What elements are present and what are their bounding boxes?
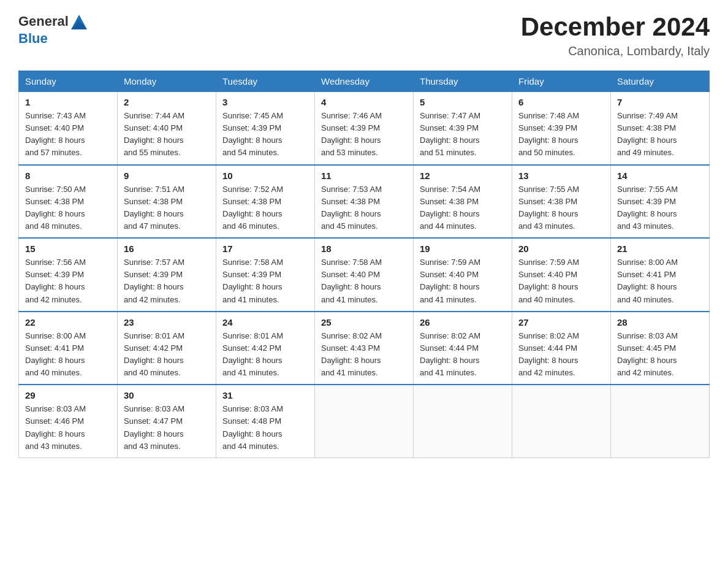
day-info: Sunrise: 7:59 AMSunset: 4:40 PMDaylight:… [518, 256, 604, 306]
day-number: 21 [617, 243, 703, 254]
table-row: 26Sunrise: 8:02 AMSunset: 4:44 PMDayligh… [414, 312, 512, 385]
day-number: 14 [617, 170, 703, 181]
day-number: 30 [124, 390, 210, 400]
day-number: 5 [420, 97, 506, 107]
day-number: 25 [321, 317, 407, 327]
day-info: Sunrise: 8:02 AMSunset: 4:44 PMDaylight:… [518, 330, 604, 380]
day-number: 15 [25, 243, 111, 254]
day-info: Sunrise: 7:58 AMSunset: 4:39 PMDaylight:… [222, 256, 308, 306]
day-info: Sunrise: 8:03 AMSunset: 4:47 PMDaylight:… [124, 403, 210, 453]
col-monday: Monday [118, 71, 216, 92]
month-title: December 2024 [521, 12, 710, 42]
calendar-table: Sunday Monday Tuesday Wednesday Thursday… [18, 71, 710, 458]
col-wednesday: Wednesday [315, 71, 414, 92]
day-info: Sunrise: 7:55 AMSunset: 4:39 PMDaylight:… [617, 183, 703, 233]
day-info: Sunrise: 7:59 AMSunset: 4:40 PMDaylight:… [420, 256, 506, 306]
table-row: 21Sunrise: 8:00 AMSunset: 4:41 PMDayligh… [611, 238, 710, 312]
location-subtitle: Canonica, Lombardy, Italy [521, 44, 710, 58]
day-number: 24 [222, 317, 308, 327]
calendar-week-row: 29Sunrise: 8:03 AMSunset: 4:46 PMDayligh… [19, 385, 710, 458]
calendar-header-row: Sunday Monday Tuesday Wednesday Thursday… [19, 71, 710, 92]
day-number: 23 [124, 317, 210, 327]
day-info: Sunrise: 7:53 AMSunset: 4:38 PMDaylight:… [321, 183, 407, 233]
day-info: Sunrise: 7:47 AMSunset: 4:39 PMDaylight:… [420, 110, 506, 159]
table-row: 16Sunrise: 7:57 AMSunset: 4:39 PMDayligh… [118, 238, 216, 312]
table-row: 28Sunrise: 8:03 AMSunset: 4:45 PMDayligh… [611, 312, 710, 385]
day-number: 4 [321, 97, 407, 107]
col-tuesday: Tuesday [216, 71, 315, 92]
calendar-week-row: 15Sunrise: 7:56 AMSunset: 4:39 PMDayligh… [19, 238, 710, 312]
table-row: 6Sunrise: 7:48 AMSunset: 4:39 PMDaylight… [512, 92, 611, 165]
table-row: 9Sunrise: 7:51 AMSunset: 4:38 PMDaylight… [118, 165, 216, 239]
day-info: Sunrise: 7:58 AMSunset: 4:40 PMDaylight:… [321, 256, 407, 306]
day-number: 12 [420, 170, 506, 181]
day-number: 8 [25, 170, 111, 181]
day-info: Sunrise: 7:55 AMSunset: 4:38 PMDaylight:… [518, 183, 604, 233]
table-row: 30Sunrise: 8:03 AMSunset: 4:47 PMDayligh… [118, 385, 216, 458]
table-row: 11Sunrise: 7:53 AMSunset: 4:38 PMDayligh… [315, 165, 414, 239]
page-header: General Blue December 2024 Canonica, Lom… [18, 12, 710, 58]
table-row: 3Sunrise: 7:45 AMSunset: 4:39 PMDaylight… [216, 92, 315, 165]
table-row: 18Sunrise: 7:58 AMSunset: 4:40 PMDayligh… [315, 238, 414, 312]
day-number: 10 [222, 170, 308, 181]
day-info: Sunrise: 7:57 AMSunset: 4:39 PMDaylight:… [124, 256, 210, 306]
table-row: 10Sunrise: 7:52 AMSunset: 4:38 PMDayligh… [216, 165, 315, 239]
table-row: 20Sunrise: 7:59 AMSunset: 4:40 PMDayligh… [512, 238, 611, 312]
day-number: 1 [25, 97, 111, 107]
day-number: 29 [25, 390, 111, 400]
day-info: Sunrise: 7:56 AMSunset: 4:39 PMDaylight:… [25, 256, 111, 306]
day-info: Sunrise: 7:48 AMSunset: 4:39 PMDaylight:… [518, 110, 604, 159]
day-info: Sunrise: 8:01 AMSunset: 4:42 PMDaylight:… [124, 330, 210, 380]
table-row: 2Sunrise: 7:44 AMSunset: 4:40 PMDaylight… [118, 92, 216, 165]
table-row [611, 385, 710, 458]
table-row: 8Sunrise: 7:50 AMSunset: 4:38 PMDaylight… [19, 165, 118, 239]
table-row: 5Sunrise: 7:47 AMSunset: 4:39 PMDaylight… [414, 92, 512, 165]
day-number: 26 [420, 317, 506, 327]
day-info: Sunrise: 8:00 AMSunset: 4:41 PMDaylight:… [25, 330, 111, 380]
day-number: 28 [617, 317, 703, 327]
day-number: 19 [420, 243, 506, 254]
day-number: 2 [124, 97, 210, 107]
day-info: Sunrise: 7:49 AMSunset: 4:38 PMDaylight:… [617, 110, 703, 159]
calendar-week-row: 22Sunrise: 8:00 AMSunset: 4:41 PMDayligh… [19, 312, 710, 385]
day-number: 13 [518, 170, 604, 181]
day-info: Sunrise: 7:52 AMSunset: 4:38 PMDaylight:… [222, 183, 308, 233]
day-number: 22 [25, 317, 111, 327]
table-row [315, 385, 414, 458]
table-row: 7Sunrise: 7:49 AMSunset: 4:38 PMDaylight… [611, 92, 710, 165]
day-info: Sunrise: 7:46 AMSunset: 4:39 PMDaylight:… [321, 110, 407, 159]
day-info: Sunrise: 8:00 AMSunset: 4:41 PMDaylight:… [617, 256, 703, 306]
col-friday: Friday [512, 71, 611, 92]
day-info: Sunrise: 8:02 AMSunset: 4:44 PMDaylight:… [420, 330, 506, 380]
day-number: 20 [518, 243, 604, 254]
table-row: 4Sunrise: 7:46 AMSunset: 4:39 PMDaylight… [315, 92, 414, 165]
table-row: 17Sunrise: 7:58 AMSunset: 4:39 PMDayligh… [216, 238, 315, 312]
table-row: 23Sunrise: 8:01 AMSunset: 4:42 PMDayligh… [118, 312, 216, 385]
day-number: 11 [321, 170, 407, 181]
table-row: 19Sunrise: 7:59 AMSunset: 4:40 PMDayligh… [414, 238, 512, 312]
day-info: Sunrise: 8:03 AMSunset: 4:45 PMDaylight:… [617, 330, 703, 380]
day-number: 17 [222, 243, 308, 254]
logo-blue: Blue [18, 31, 48, 46]
day-number: 27 [518, 317, 604, 327]
day-info: Sunrise: 7:45 AMSunset: 4:39 PMDaylight:… [222, 110, 308, 159]
table-row: 1Sunrise: 7:43 AMSunset: 4:40 PMDaylight… [19, 92, 118, 165]
logo-general: General [18, 13, 69, 29]
logo: General Blue [18, 12, 88, 47]
table-row: 22Sunrise: 8:00 AMSunset: 4:41 PMDayligh… [19, 312, 118, 385]
table-row: 29Sunrise: 8:03 AMSunset: 4:46 PMDayligh… [19, 385, 118, 458]
day-info: Sunrise: 8:01 AMSunset: 4:42 PMDaylight:… [222, 330, 308, 380]
day-info: Sunrise: 7:50 AMSunset: 4:38 PMDaylight:… [25, 183, 111, 233]
day-number: 7 [617, 97, 703, 107]
table-row: 13Sunrise: 7:55 AMSunset: 4:38 PMDayligh… [512, 165, 611, 239]
table-row [512, 385, 611, 458]
col-thursday: Thursday [414, 71, 512, 92]
day-number: 16 [124, 243, 210, 254]
title-section: December 2024 Canonica, Lombardy, Italy [521, 12, 710, 58]
day-number: 9 [124, 170, 210, 181]
day-number: 18 [321, 243, 407, 254]
table-row: 12Sunrise: 7:54 AMSunset: 4:38 PMDayligh… [414, 165, 512, 239]
day-info: Sunrise: 7:44 AMSunset: 4:40 PMDaylight:… [124, 110, 210, 159]
logo-icon [70, 12, 88, 31]
day-info: Sunrise: 7:43 AMSunset: 4:40 PMDaylight:… [25, 110, 111, 159]
